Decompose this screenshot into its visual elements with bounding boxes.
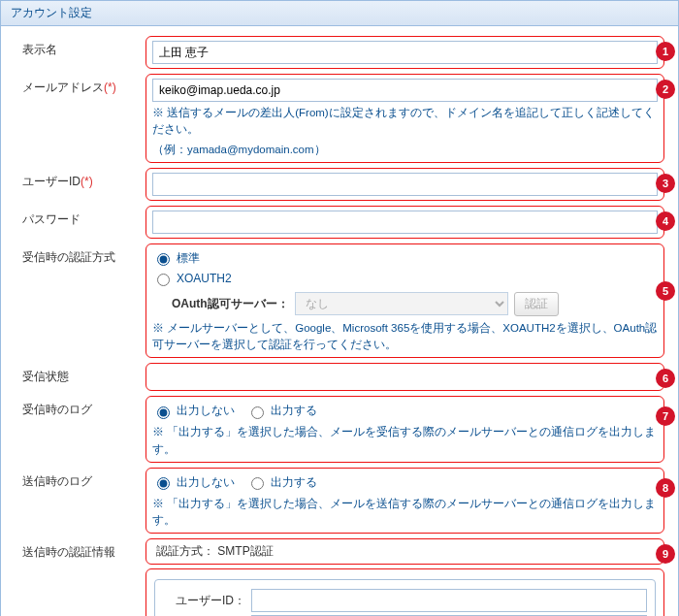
row-display-name: 表示名 1 [15, 36, 664, 69]
row-user-id: ユーザーID(*) 3 [15, 168, 664, 201]
radio-recv-auth-xoauth2[interactable]: XOAUTH2 [152, 271, 232, 286]
label-email: メールアドレス(*) [15, 74, 146, 163]
radio-recv-log-yes[interactable]: 出力する [246, 403, 317, 419]
label-recv-auth: 受信時の認証方式 [15, 243, 146, 359]
radio-recv-log-no[interactable]: 出力しない [152, 403, 235, 419]
row-recv-log: 受信時のログ 出力しない 出力する ※ 「出力する」を選択した場合、メールを受信… [15, 396, 664, 463]
recv-auth-hint: ※ メールサーバーとして、Google、Microsoft 365を使用する場合… [152, 320, 658, 354]
user-id-input[interactable] [152, 173, 658, 196]
email-hint-2: （例：yamada@mydomain.com） [152, 142, 658, 158]
annotation-badge-8: 8 [656, 478, 675, 498]
account-settings-window: アカウント設定 表示名 1 メールアドレス(*) ※ 送信するメールの差出人(F… [0, 0, 679, 616]
send-log-hint: ※ 「出力する」を選択した場合、メールを送信する際のメールサーバーとの通信ログを… [152, 496, 658, 530]
row-send-log: 送信時のログ 出力しない 出力する ※ 「出力する」を選択した場合、メールを送信… [15, 468, 664, 535]
email-hint-1: ※ 送信するメールの差出人(From)に設定されますので、ドメイン名を追記して正… [152, 105, 658, 139]
radio-send-log-no[interactable]: 出力しない [152, 474, 235, 491]
oauth-server-label: OAuth認可サーバー： [172, 296, 289, 312]
label-send-log: 送信時のログ [15, 468, 146, 535]
row-recv-auth: 受信時の認証方式 標準 XOAUTH2 OAuth認可サーバー： [15, 243, 664, 359]
annotation-badge-2: 2 [656, 80, 675, 99]
label-password: パスワード [15, 206, 146, 239]
row-password: パスワード 4 [15, 206, 664, 239]
send-auth-method: 認証方式： SMTP認証 [154, 540, 275, 562]
recv-log-hint: ※ 「出力する」を選択した場合、メールを受信する際のメールサーバーとの通信ログを… [152, 424, 658, 458]
oauth-server-select[interactable]: なし [295, 292, 508, 315]
annotation-badge-4: 4 [656, 211, 675, 231]
label-recv-status: 受信状態 [15, 363, 146, 391]
row-recv-status: 受信状態 6 [15, 363, 664, 391]
oauth-auth-button[interactable]: 認証 [514, 292, 559, 316]
row-send-auth-info: 送信時の認証情報 認証方式： SMTP認証 9 ユーザーID： パスワード： [15, 538, 664, 616]
display-name-input[interactable] [152, 41, 658, 64]
label-recv-log: 受信時のログ [15, 396, 146, 463]
annotation-badge-6: 6 [656, 369, 675, 388]
annotation-badge-7: 7 [656, 406, 675, 426]
email-input[interactable] [152, 79, 658, 102]
radio-send-log-yes[interactable]: 出力する [246, 474, 317, 491]
row-email: メールアドレス(*) ※ 送信するメールの差出人(From)に設定されますので、… [15, 74, 664, 163]
label-display-name: 表示名 [15, 36, 146, 69]
send-user-id-label: ユーザーID： [163, 593, 245, 609]
label-user-id: ユーザーID(*) [15, 168, 146, 201]
annotation-badge-3: 3 [656, 174, 675, 193]
radio-recv-auth-standard[interactable]: 標準 [152, 250, 200, 267]
password-input[interactable] [152, 211, 658, 234]
form-content: 表示名 1 メールアドレス(*) ※ 送信するメールの差出人(From)に設定さ… [1, 26, 678, 616]
window-title: アカウント設定 [1, 1, 678, 26]
send-user-id-input[interactable] [251, 589, 647, 612]
annotation-badge-5: 5 [656, 281, 675, 301]
annotation-badge-1: 1 [656, 42, 675, 61]
label-send-auth-info: 送信時の認証情報 [15, 538, 146, 616]
annotation-badge-9: 9 [656, 544, 675, 564]
